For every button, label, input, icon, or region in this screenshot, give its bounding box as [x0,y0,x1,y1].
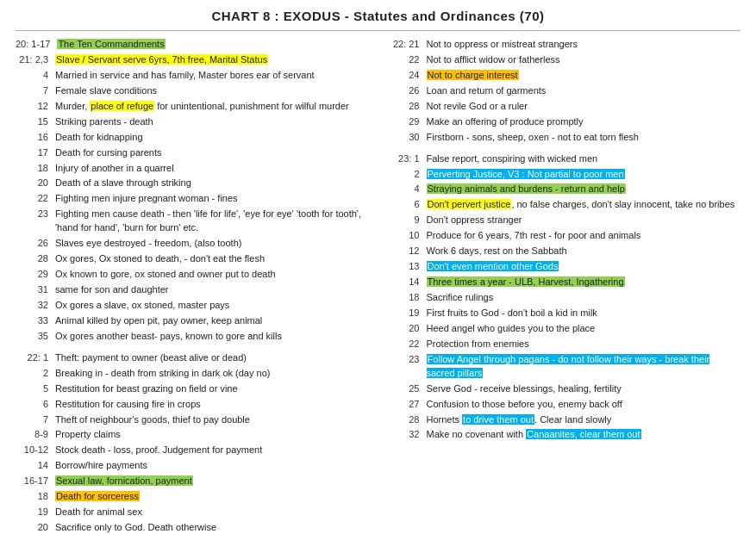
list-item: 35Ox gores another beast- pays, known to… [16,330,370,344]
item-desc: Ox gores, Ox stoned to death, - don't ea… [55,252,370,266]
list-item: 14Borrow/hire payments [16,459,370,473]
ref-number: 26 [387,84,427,98]
item-desc: Animal killed by open pit, pay owner, ke… [55,314,370,328]
list-item: 28Ox gores, Ox stoned to death, - don't … [16,252,370,266]
ref-number: 16-17 [16,475,55,488]
ref-number: 22 [387,338,427,351]
title-divider [16,30,740,31]
list-item: 21: 2,3Slave / Servant serve 6yrs, 7th f… [16,53,370,67]
ref-number: 14 [387,276,427,289]
ref-number: 29 [16,268,55,282]
list-item: 29Ox known to gore, ox stoned and owner … [16,268,370,282]
item-desc: The Ten Commandments [57,38,369,52]
list-item: 28Hornets to drive them out. Clear land … [387,413,741,427]
item-desc: Striking parents - death [55,115,370,129]
item-desc: Borrow/hire payments [55,459,370,473]
list-item: 23Fighting men cause death - then 'life … [16,208,370,235]
list-item: 20Heed angel who guides you to the place [387,322,741,336]
item-desc: Death for cursing parents [55,146,370,160]
list-item: 18Sacrifice rulings [387,291,741,305]
item-desc: Slave / Servant serve 6yrs, 7th free, Ma… [55,53,370,67]
item-desc: Breaking in - death from striking in dar… [55,367,370,381]
ref-number: 7 [16,84,55,98]
list-item: 2Perverting Justice, V3 : Not partial to… [387,168,741,182]
ref-number: 33 [16,314,55,328]
ref-number: 16 [16,131,55,145]
list-item: 20Death of a slave through striking [16,177,370,190]
list-item: 16Death for kidnapping [16,131,370,145]
list-item: 7Female slave conditions [16,84,370,98]
item-desc: Don't even mention other Gods [427,260,741,274]
item-desc: Work 6 days, rest on the Sabbath [427,245,741,258]
ref-number: 20 [16,521,55,534]
list-item: 25Serve God - receive blessings, healing… [387,382,741,396]
item-desc: Fighting men injure pregnant woman - fin… [55,192,370,206]
list-item: 32Ox gores a slave, ox stoned, master pa… [16,299,370,313]
ref-number: 6 [387,198,427,212]
list-item: 5Restitution for beast grazing on field … [16,382,370,396]
ref-number: 32 [387,428,427,442]
item-desc: Straying animals and burdens - return an… [427,183,741,196]
item-desc: Serve God - receive blessings, healing, … [427,382,741,396]
ref-number: 20: 1-17 [16,38,57,52]
list-item: 17Death for cursing parents [16,146,370,160]
ref-number: 25 [387,382,427,396]
item-desc: Fighting men cause death - then 'life fo… [55,208,370,235]
list-item: 7Theft of neighbour's goods, thief to pa… [16,413,370,427]
item-desc: Perverting Justice, V3 : Not partial to … [427,168,741,182]
list-item: 12Work 6 days, rest on the Sabbath [387,245,741,258]
list-item: 20Sacrifice only to God. Death otherwise [16,521,370,534]
list-item: 4Married in service and has family, Mast… [16,69,370,83]
ref-number: 4 [16,69,55,83]
item-desc: Confusion to those before you, enemy bac… [427,398,741,412]
page-title: CHART 8 : EXODUS - Statutes and Ordinanc… [16,9,740,23]
item-desc: False report, conspiring with wicked men [427,152,741,166]
ref-number: 30 [387,131,427,145]
item-desc: Sacrifice only to God. Death otherwise [55,521,370,534]
item-desc: Married in service and has family, Maste… [55,69,370,83]
ref-number: 10-12 [16,444,55,457]
list-item: 32Make no covenant with Canaanites, clea… [387,428,741,442]
item-desc: Theft of neighbour's goods, thief to pay… [55,413,370,427]
list-item: 15Striking parents - death [16,115,370,129]
list-item: 22Fighting men injure pregnant woman - f… [16,192,370,206]
ref-number: 10 [387,229,427,243]
item-desc: Ox known to gore, ox stoned and owner pu… [55,268,370,282]
item-desc: Not to afflict widow or fatherless [427,53,741,67]
item-desc: Property claims [55,428,370,442]
item-desc: Three times a year - ULB, Harvest, Ingat… [427,276,741,289]
list-item: 22Protection from enemies [387,338,741,351]
spacer [387,146,741,152]
list-item: 20: 1-17The Ten Commandments [16,38,370,52]
item-desc: Loan and return of garments [427,84,741,98]
item-desc: Sacrifice rulings [427,291,741,305]
list-item: 24Not to charge interest [387,69,741,83]
ref-number: 5 [16,382,55,396]
ref-number: 18 [387,291,427,305]
ref-number: 20 [387,322,427,336]
main-content: 20: 1-17The Ten Commandments21: 2,3Slave… [16,38,740,534]
item-desc: Death for kidnapping [55,131,370,145]
item-desc: First fruits to God - don't boil a kid i… [427,307,741,320]
list-item: 22: 21Not to oppress or mistreat strange… [387,38,741,52]
ref-number: 23 [16,208,55,235]
ref-number: 7 [16,413,55,427]
item-desc: Follow Angel through pagans - do not fol… [427,353,741,381]
list-item: 10-12Stock death - loss, proof. Judgemen… [16,444,370,457]
list-item: 23Follow Angel through pagans - do not f… [387,353,741,381]
ref-number: 22 [387,53,427,67]
ref-number: 23: 1 [387,152,427,166]
item-desc: Stock death - loss, proof. Judgement for… [55,444,370,457]
item-desc: Heed angel who guides you to the place [427,322,741,336]
list-item: 4Straying animals and burdens - return a… [387,183,741,196]
item-desc: Sexual law, fornication, payment [55,475,370,488]
list-item: 9Don't oppress stranger [387,214,741,227]
ref-number: 2 [387,168,427,182]
ref-number: 21: 2,3 [16,53,55,67]
ref-number: 22: 21 [387,38,427,52]
item-desc: Death for sorceress [55,490,370,504]
item-desc: same for son and daughter [55,283,370,297]
item-desc: Death for animal sex [55,506,370,519]
list-item: 22Not to afflict widow or fatherless [387,53,741,67]
ref-number: 20 [16,177,55,190]
